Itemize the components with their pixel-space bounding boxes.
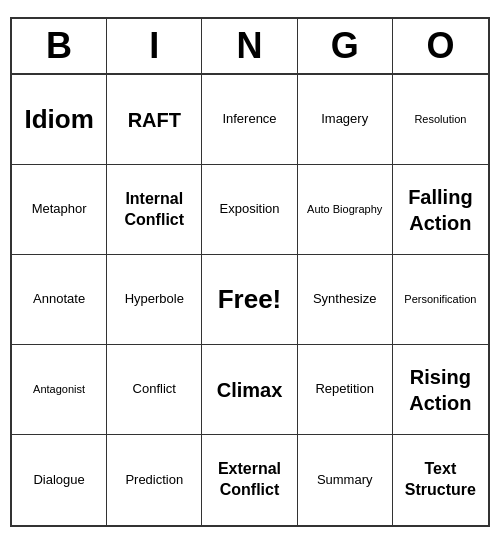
cell-text: Idiom — [24, 103, 93, 137]
bingo-cell: Synthesize — [298, 255, 393, 345]
bingo-cell: Summary — [298, 435, 393, 525]
cell-text: Repetition — [315, 381, 374, 398]
cell-text: Inference — [222, 111, 276, 128]
cell-text: Text Structure — [396, 459, 485, 501]
cell-text: Summary — [317, 472, 373, 489]
cell-text: Metaphor — [32, 201, 87, 218]
bingo-cell: Repetition — [298, 345, 393, 435]
cell-text: Personification — [404, 292, 476, 306]
bingo-cell: Resolution — [393, 75, 488, 165]
cell-text: Climax — [217, 377, 283, 403]
cell-text: Imagery — [321, 111, 368, 128]
cell-text: Auto Biography — [307, 202, 382, 216]
bingo-letter: O — [393, 19, 488, 73]
bingo-cell: Rising Action — [393, 345, 488, 435]
cell-text: Hyperbole — [125, 291, 184, 308]
bingo-cell: Inference — [202, 75, 297, 165]
bingo-cell: Dialogue — [12, 435, 107, 525]
bingo-letter: G — [298, 19, 393, 73]
cell-text: External Conflict — [205, 459, 293, 501]
bingo-cell: Free! — [202, 255, 297, 345]
bingo-cell: Prediction — [107, 435, 202, 525]
bingo-cell: Falling Action — [393, 165, 488, 255]
bingo-cell: Personification — [393, 255, 488, 345]
cell-text: Synthesize — [313, 291, 377, 308]
bingo-cell: Metaphor — [12, 165, 107, 255]
bingo-card: BINGO IdiomRAFTInferenceImageryResolutio… — [10, 17, 490, 527]
bingo-letter: B — [12, 19, 107, 73]
cell-text: Internal Conflict — [110, 189, 198, 231]
cell-text: RAFT — [128, 107, 181, 133]
bingo-letter: N — [202, 19, 297, 73]
bingo-cell: Hyperbole — [107, 255, 202, 345]
bingo-cell: Auto Biography — [298, 165, 393, 255]
bingo-cell: RAFT — [107, 75, 202, 165]
bingo-cell: Exposition — [202, 165, 297, 255]
cell-text: Conflict — [133, 381, 176, 398]
bingo-letter: I — [107, 19, 202, 73]
cell-text: Annotate — [33, 291, 85, 308]
bingo-cell: Idiom — [12, 75, 107, 165]
cell-text: Exposition — [220, 201, 280, 218]
bingo-cell: Conflict — [107, 345, 202, 435]
bingo-header: BINGO — [12, 19, 488, 75]
cell-text: Free! — [218, 283, 282, 317]
cell-text: Antagonist — [33, 382, 85, 396]
bingo-cell: Imagery — [298, 75, 393, 165]
bingo-cell: Internal Conflict — [107, 165, 202, 255]
bingo-cell: Annotate — [12, 255, 107, 345]
bingo-cell: Antagonist — [12, 345, 107, 435]
cell-text: Prediction — [125, 472, 183, 489]
bingo-cell: Text Structure — [393, 435, 488, 525]
cell-text: Rising Action — [396, 364, 485, 416]
cell-text: Falling Action — [396, 184, 485, 236]
cell-text: Resolution — [414, 112, 466, 126]
cell-text: Dialogue — [33, 472, 84, 489]
bingo-cell: Climax — [202, 345, 297, 435]
bingo-cell: External Conflict — [202, 435, 297, 525]
bingo-grid: IdiomRAFTInferenceImageryResolutionMetap… — [12, 75, 488, 525]
